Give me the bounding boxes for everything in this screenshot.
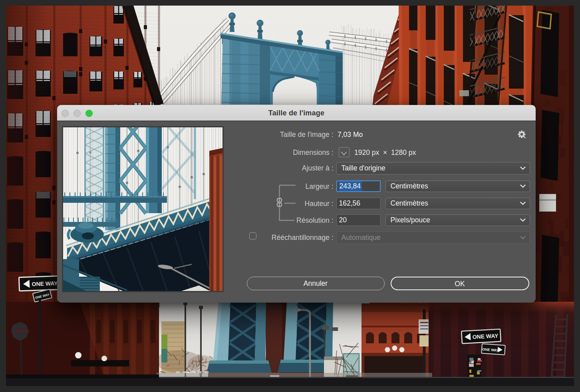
svg-text:ONE WAY: ONE WAY — [32, 280, 58, 287]
svg-text:ONE WAY: ONE WAY — [472, 333, 499, 340]
